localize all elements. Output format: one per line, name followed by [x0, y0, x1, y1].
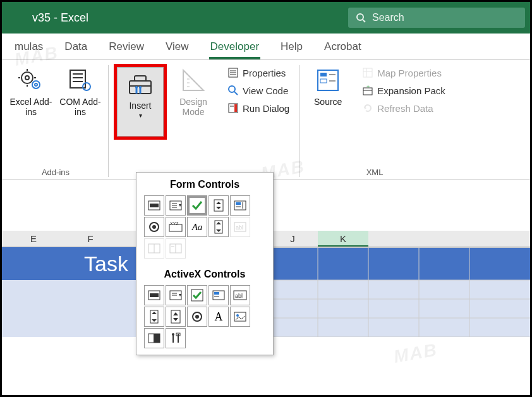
svg-point-107	[236, 314, 239, 317]
form-combo-dropdown-control	[166, 238, 186, 259]
refresh-icon	[362, 102, 373, 114]
svg-point-0	[357, 14, 363, 20]
run-dialog-button[interactable]: Run Dialog	[222, 99, 294, 117]
svg-text:abl: abl	[235, 293, 243, 299]
ax-listbox[interactable]	[209, 285, 229, 305]
svg-rect-59	[150, 204, 159, 207]
map-props-icon	[362, 67, 373, 78]
svg-point-112	[172, 333, 174, 336]
tab-data[interactable]: Data	[54, 35, 97, 59]
form-checkbox-control[interactable]	[187, 195, 207, 216]
svg-marker-77	[216, 222, 221, 224]
com-addins-button[interactable]: COM Add-ins	[57, 64, 103, 119]
insert-button[interactable]: Insert ▾	[117, 67, 164, 137]
toolbox-icon	[126, 71, 154, 99]
search-placeholder: Search	[372, 12, 404, 23]
svg-marker-46	[365, 107, 366, 109]
ax-optionbutton[interactable]	[187, 307, 207, 327]
group-label-xml: XML	[366, 168, 384, 177]
form-combo-list-control	[144, 238, 164, 259]
highlight-insert: Insert ▾	[114, 64, 167, 140]
svg-point-105	[195, 315, 199, 319]
tab-developer[interactable]: Developer	[200, 35, 270, 59]
ax-combobox[interactable]	[166, 285, 186, 305]
map-properties-button[interactable]: Map Properties	[357, 64, 450, 82]
svg-marker-99	[152, 312, 157, 314]
ax-commandbutton[interactable]	[144, 285, 164, 305]
magnifier-icon	[227, 85, 239, 96]
insert-dropdown: Form Controls XYZ Aa abl ActiveX Control…	[136, 172, 274, 355]
refresh-data-button[interactable]: Refresh Data	[357, 99, 450, 117]
svg-rect-16	[135, 76, 146, 81]
form-spinner-control[interactable]	[209, 195, 229, 216]
group-xml: Source Map Properties + Expansion Pack R…	[301, 63, 454, 180]
dialog-run-icon	[227, 102, 239, 114]
form-groupbox-control[interactable]: XYZ	[166, 217, 186, 237]
svg-point-14	[83, 83, 90, 90]
form-label-control[interactable]: Aa	[187, 217, 207, 237]
ax-morecontrols[interactable]	[166, 328, 186, 348]
view-code-button[interactable]: View Code	[222, 82, 294, 99]
divider	[299, 65, 300, 177]
svg-rect-87	[150, 293, 159, 297]
form-scrollbar-control[interactable]	[209, 217, 229, 237]
source-button[interactable]: Source	[305, 64, 351, 117]
title-bar: v35 - Excel Search	[2, 2, 530, 34]
svg-rect-40	[363, 68, 372, 77]
ax-image[interactable]	[230, 307, 250, 327]
design-mode-button[interactable]: Design Mode	[171, 64, 216, 140]
svg-marker-64	[179, 204, 181, 207]
watermark: MAB	[392, 339, 439, 367]
col-head-k[interactable]: K	[318, 231, 368, 247]
excel-addins-button[interactable]: Excel Add-ins	[8, 64, 54, 119]
ax-checkbox[interactable]	[187, 285, 207, 305]
svg-text:abl: abl	[236, 224, 243, 231]
svg-point-30	[229, 86, 235, 92]
col-head-e[interactable]: E	[2, 231, 65, 247]
chevron-down-icon: ▾	[139, 112, 142, 119]
ax-scrollbar[interactable]	[144, 307, 164, 327]
tab-view[interactable]: View	[155, 35, 199, 59]
svg-line-31	[234, 92, 238, 95]
search-box[interactable]: Search	[348, 8, 525, 28]
expansion-packs-button[interactable]: + Expansion Pack	[357, 82, 450, 99]
group-controls: Insert ▾ Design Mode Properties View Cod…	[110, 63, 298, 180]
svg-rect-34	[234, 104, 237, 112]
svg-rect-94	[214, 292, 219, 295]
form-listbox-control[interactable]	[230, 195, 250, 216]
svg-rect-36	[320, 73, 327, 76]
ax-togglebutton[interactable]	[144, 328, 164, 348]
svg-point-73	[152, 225, 156, 229]
svg-point-9	[35, 83, 37, 86]
ribbon-tabs: mulas Data Review View Developer Help Ac…	[2, 34, 530, 60]
svg-line-1	[363, 20, 365, 22]
ax-label[interactable]: A	[209, 307, 229, 327]
svg-point-2	[21, 72, 33, 83]
svg-point-3	[25, 76, 29, 80]
form-controls-header: Form Controls	[142, 176, 268, 194]
divider	[108, 65, 109, 177]
svg-marker-102	[173, 312, 178, 315]
tab-formulas[interactable]: mulas	[4, 35, 53, 59]
svg-marker-78	[216, 229, 221, 232]
expansion-icon: +	[362, 85, 373, 96]
tab-review[interactable]: Review	[99, 35, 154, 59]
ax-textbox[interactable]: abl	[230, 285, 250, 305]
properties-button[interactable]: Properties	[222, 64, 294, 82]
col-head-j[interactable]: J	[267, 231, 318, 247]
form-optionbutton-control[interactable]	[144, 217, 164, 237]
svg-marker-103	[173, 318, 178, 321]
ax-spinbutton[interactable]	[166, 307, 186, 327]
svg-text:+: +	[366, 85, 370, 90]
search-icon	[356, 13, 366, 23]
svg-marker-100	[152, 319, 157, 322]
activex-controls-header: ActiveX Controls	[142, 266, 268, 284]
form-button-control[interactable]	[144, 195, 164, 216]
svg-point-21	[139, 86, 142, 89]
tab-acrobat[interactable]: Acrobat	[314, 35, 372, 59]
col-head-f[interactable]: F	[65, 231, 116, 247]
gear-icon	[17, 66, 45, 94]
tab-help[interactable]: Help	[270, 35, 313, 59]
svg-marker-66	[216, 202, 221, 204]
form-combobox-control[interactable]	[166, 195, 186, 216]
